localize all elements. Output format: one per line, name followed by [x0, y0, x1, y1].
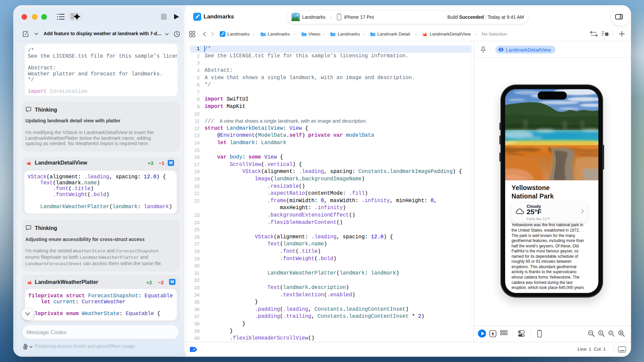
- svg-text:1: 1: [600, 331, 601, 335]
